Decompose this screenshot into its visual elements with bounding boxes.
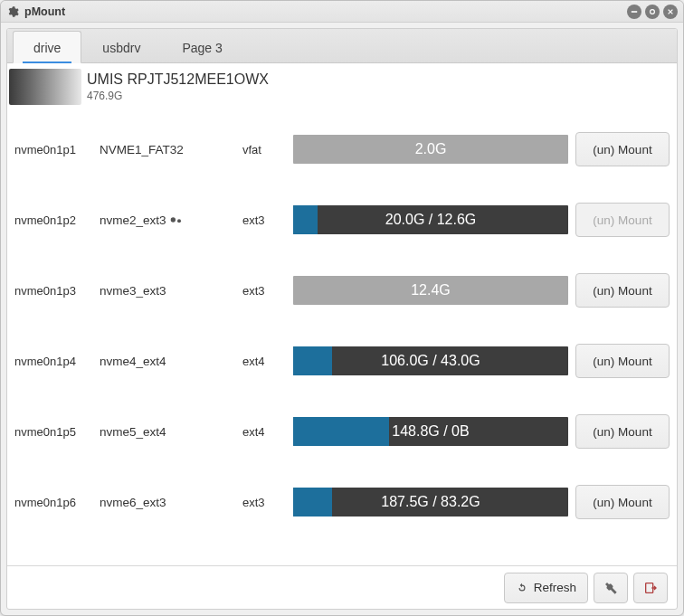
refresh-label: Refresh [534,581,576,594]
refresh-button[interactable]: Refresh [504,573,588,603]
partition-device: nvme0n1p6 [14,496,92,509]
partition-fstype: ext3 [242,284,286,298]
partition-device: nvme0n1p4 [14,355,92,368]
mount-button[interactable]: (un) Mount [575,414,670,449]
usage-bar-fill [293,205,318,234]
partition-row: nvme0n1p2nvme2_ext3ext320.0G / 12.6G(un)… [14,185,670,255]
usage-bar: 2.0G [293,135,568,164]
settings-button[interactable] [594,573,628,603]
titlebar: pMount [1,1,683,23]
usage-bar-label: 106.0G / 43.0G [381,353,480,369]
tools-icon [603,581,618,595]
partition-label: nvme4_ext4 [100,355,235,368]
partition-row: nvme0n1p6nvme6_ext3ext3187.5G / 83.2G(un… [14,467,670,537]
svg-point-1 [651,9,655,14]
tab-page3[interactable]: Page 3 [161,31,242,62]
usage-bar: 187.5G / 83.2G [293,488,568,516]
window-title: pMount [24,5,65,18]
partition-row: nvme0n1p1NVME1_FAT32vfat2.0G(un) Mount [14,114,670,185]
tab-usbdrv[interactable]: usbdrv [81,31,161,62]
partition-row: nvme0n1p4nvme4_ext4ext4106.0G / 43.0G(un… [14,326,670,396]
mount-button[interactable]: (un) Mount [575,273,670,308]
partition-fstype: ext4 [242,425,286,439]
usage-bar-label: 2.0G [415,141,447,157]
partition-usage: 2.0G [293,135,568,164]
mount-button-label: (un) Mount [593,355,651,368]
usage-bar-label: 187.5G / 83.2G [381,494,480,510]
partition-label: NVME1_FAT32 [100,143,235,156]
svg-rect-0 [632,11,637,13]
tabbar: drive usbdrv Page 3 [7,29,677,63]
mount-button[interactable]: (un) Mount [575,344,670,378]
mount-button: (un) Mount [575,203,670,237]
tab-label: drive [33,41,61,55]
partition-usage: 12.4G [293,276,568,305]
mount-button-label: (un) Mount [593,425,651,439]
mount-button[interactable]: (un) Mount [575,132,670,166]
usage-bar-fill [293,488,332,516]
svg-point-3 [177,219,181,223]
maximize-button[interactable] [645,5,660,19]
exit-icon [643,581,658,595]
usage-bar: 20.0G / 12.6G [293,205,568,234]
mount-button[interactable]: (un) Mount [575,485,670,519]
mount-button-label: (un) Mount [593,284,651,298]
usage-bar-fill [293,346,332,375]
close-button[interactable] [663,5,678,19]
partition-label-text: nvme3_ext3 [100,284,166,298]
usage-bar: 106.0G / 43.0G [293,346,568,375]
refresh-icon [516,582,528,594]
usage-bar-label: 12.4G [411,282,451,299]
mount-button-label: (un) Mount [593,496,651,509]
mount-button-label: (un) Mount [593,143,651,156]
partition-fstype: ext4 [242,355,286,368]
usage-bar: 148.8G / 0B [293,417,568,446]
partition-row: nvme0n1p5nvme5_ext4ext4148.8G / 0B(un) M… [14,396,670,467]
partition-label-text: NVME1_FAT32 [100,143,184,156]
usage-bar-label: 20.0G / 12.6G [385,212,477,228]
partition-fstype: ext3 [242,496,286,509]
footer: Refresh [7,565,677,609]
exit-button[interactable] [633,573,668,603]
partition-fstype: vfat [242,143,286,156]
partition-label-text: nvme2_ext3 [100,213,166,227]
usage-bar-fill [293,417,389,446]
partition-label-text: nvme6_ext3 [100,496,166,509]
tab-label: usbdrv [102,41,140,55]
drive-header-gradient [9,69,81,105]
partition-label: nvme5_ext4 [100,425,235,439]
partition-list: nvme0n1p1NVME1_FAT32vfat2.0G(un) Mountnv… [7,114,677,565]
drive-header: UMIS RPJTJ512MEE1OWX 476.9G [7,63,677,114]
minimize-button[interactable] [627,5,641,19]
partition-usage: 148.8G / 0B [293,417,568,446]
usage-bar-label: 148.8G / 0B [392,423,469,440]
drive-model: UMIS RPJTJ512MEE1OWX [87,71,269,88]
partition-device: nvme0n1p2 [14,213,92,227]
partition-device: nvme0n1p3 [14,284,92,298]
partition-device: nvme0n1p5 [14,425,92,439]
usage-bar: 12.4G [293,276,568,305]
partition-usage: 20.0G / 12.6G [293,205,568,234]
partition-label: nvme6_ext3 [100,496,235,509]
partition-usage: 106.0G / 43.0G [293,346,568,375]
svg-point-2 [170,217,175,222]
partition-device: nvme0n1p1 [14,143,92,156]
partition-label-text: nvme4_ext4 [100,355,166,368]
partition-label: nvme2_ext3 [100,213,235,227]
partition-usage: 187.5G / 83.2G [293,488,568,516]
mount-button-label: (un) Mount [593,213,651,227]
tab-drive[interactable]: drive [13,31,81,63]
partition-label-text: nvme5_ext4 [100,425,166,439]
partition-label: nvme3_ext3 [100,284,235,298]
tab-label: Page 3 [182,41,222,55]
partition-row: nvme0n1p3nvme3_ext3ext312.4G(un) Mount [14,255,670,326]
partition-fstype: ext3 [242,213,286,227]
drive-size: 476.9G [87,90,269,102]
app-gear-icon [6,5,19,18]
system-partition-icon [170,215,185,224]
